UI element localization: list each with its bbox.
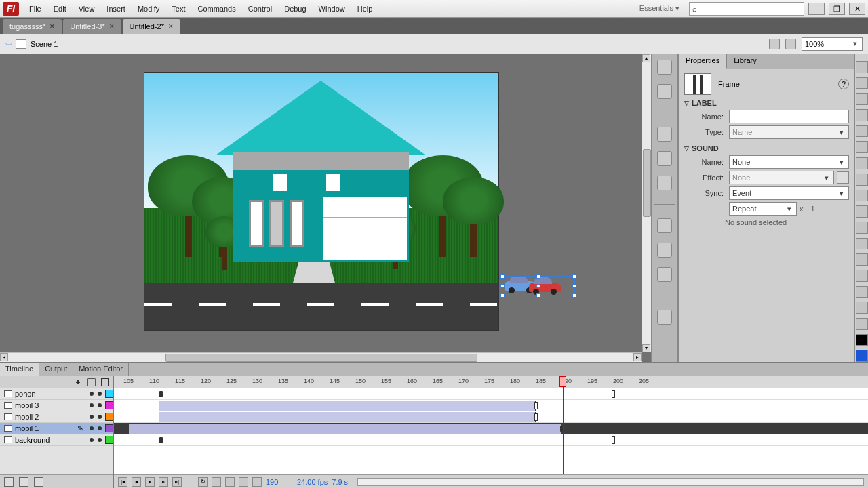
- close-button[interactable]: ✕: [849, 3, 865, 15]
- rectangle-tool[interactable]: [856, 174, 868, 186]
- onion-skin-button[interactable]: [212, 477, 221, 487]
- stroke-color-swatch[interactable]: [856, 334, 868, 346]
- step-back-button[interactable]: ◂: [132, 477, 141, 487]
- loop-button[interactable]: ↻: [198, 477, 208, 487]
- paint-bucket-tool[interactable]: [856, 253, 868, 266]
- layer-row[interactable]: mobil 1✎: [0, 423, 113, 434]
- menu-insert[interactable]: Insert: [100, 2, 132, 16]
- sound-name-combo[interactable]: None▾: [729, 155, 849, 169]
- search-box[interactable]: ⌕: [689, 2, 804, 16]
- edit-symbol-icon[interactable]: [785, 39, 796, 49]
- tab-properties[interactable]: Properties: [679, 54, 727, 69]
- stage-canvas[interactable]: [144, 73, 498, 330]
- menu-modify[interactable]: Modify: [132, 2, 165, 16]
- menu-help[interactable]: Help: [351, 2, 379, 16]
- horizontal-scrollbar[interactable]: ◂▸: [0, 352, 642, 362]
- new-folder-button[interactable]: [19, 477, 28, 487]
- tab-timeline[interactable]: Timeline: [0, 363, 39, 376]
- zoom-tool[interactable]: [856, 318, 868, 330]
- restore-button[interactable]: ❐: [829, 3, 845, 15]
- scene-name[interactable]: Scene 1: [31, 40, 58, 48]
- components-icon[interactable]: [657, 243, 672, 258]
- vertical-scrollbar[interactable]: ▴▾: [642, 54, 651, 352]
- twirl-icon[interactable]: ▽: [684, 145, 689, 152]
- menu-text[interactable]: Text: [165, 2, 191, 16]
- edit-scene-icon[interactable]: [769, 39, 780, 49]
- visibility-header-icon[interactable]: [74, 378, 82, 386]
- free-transform-tool[interactable]: [856, 93, 868, 105]
- menu-window[interactable]: Window: [313, 2, 351, 16]
- info-panel-icon[interactable]: [657, 151, 672, 166]
- pencil-tool[interactable]: [856, 190, 868, 202]
- layer-row[interactable]: pohon: [0, 388, 113, 400]
- lasso-tool[interactable]: [856, 109, 868, 121]
- step-fwd-button[interactable]: ▸: [159, 477, 168, 487]
- eyedropper-tool[interactable]: [856, 270, 868, 282]
- new-layer-button[interactable]: [4, 477, 14, 487]
- menu-edit[interactable]: Edit: [47, 2, 73, 16]
- document-tab[interactable]: Untitled-2*✕: [123, 19, 180, 34]
- workspace-switcher[interactable]: Essentials ▾: [634, 3, 685, 14]
- menu-debug[interactable]: Debug: [278, 2, 312, 16]
- frames-area[interactable]: 1051101151201251301351401451501551601651…: [114, 376, 868, 488]
- modify-markers-button[interactable]: [252, 477, 262, 487]
- pen-tool[interactable]: [856, 125, 868, 138]
- layer-row[interactable]: backround: [0, 434, 113, 446]
- transform-panel-icon[interactable]: [657, 176, 672, 190]
- project-panel-icon[interactable]: [657, 310, 672, 325]
- timeline-scrollbar[interactable]: [357, 478, 864, 486]
- label-name-input[interactable]: [729, 110, 849, 123]
- layer-row[interactable]: mobil 2: [0, 411, 113, 423]
- lock-header-icon[interactable]: [87, 378, 96, 386]
- subselection-tool[interactable]: [856, 77, 868, 89]
- layer-row[interactable]: mobil 3: [0, 400, 113, 411]
- frame-rate[interactable]: 24.00 fps: [297, 478, 328, 486]
- close-icon[interactable]: ✕: [50, 23, 55, 30]
- goto-first-button[interactable]: |◂: [118, 477, 127, 487]
- menu-commands[interactable]: Commands: [191, 2, 241, 16]
- back-icon[interactable]: ⇦: [5, 39, 12, 48]
- onion-outline-button[interactable]: [225, 477, 235, 487]
- tab-output[interactable]: Output: [39, 363, 73, 376]
- swatches-panel-icon[interactable]: [657, 84, 672, 99]
- tab-library[interactable]: Library: [727, 54, 764, 69]
- edit-effect-button[interactable]: [837, 171, 849, 184]
- bone-tool[interactable]: [856, 238, 868, 250]
- hand-tool[interactable]: [856, 302, 868, 314]
- delete-layer-button[interactable]: [34, 477, 43, 487]
- repeat-count-input[interactable]: 1: [806, 205, 820, 214]
- menu-file[interactable]: File: [23, 2, 47, 16]
- sound-loop-combo[interactable]: Repeat▾: [729, 202, 797, 216]
- timeline-track[interactable]: [114, 400, 868, 411]
- document-tab[interactable]: tugasssss*✕: [3, 19, 62, 34]
- twirl-icon[interactable]: ▽: [684, 100, 689, 106]
- help-icon[interactable]: ?: [838, 79, 849, 89]
- play-button[interactable]: ▸: [145, 477, 155, 487]
- menu-view[interactable]: View: [73, 2, 101, 16]
- goto-last-button[interactable]: ▸|: [172, 477, 182, 487]
- outline-header-icon[interactable]: [101, 378, 109, 386]
- fill-color-swatch[interactable]: [856, 350, 868, 362]
- document-tab[interactable]: Untitled-3*✕: [63, 19, 121, 34]
- timeline-track[interactable]: [114, 423, 868, 434]
- timeline-track[interactable]: [114, 388, 868, 400]
- line-tool[interactable]: [856, 157, 868, 169]
- deco-tool[interactable]: [856, 222, 868, 234]
- menu-control[interactable]: Control: [242, 2, 278, 16]
- stage-area[interactable]: ▴▾ ◂▸: [0, 54, 651, 362]
- color-panel-icon[interactable]: [657, 60, 672, 75]
- current-frame[interactable]: 190: [266, 478, 293, 486]
- code-snippets-icon[interactable]: [657, 218, 672, 233]
- tab-motion-editor[interactable]: Motion Editor: [73, 363, 129, 376]
- text-tool[interactable]: [856, 141, 868, 153]
- label-type-combo[interactable]: Name▾: [729, 125, 849, 139]
- zoom-combo[interactable]: 100%▾: [802, 37, 863, 51]
- motion-presets-icon[interactable]: [657, 267, 672, 282]
- timeline-track[interactable]: [114, 434, 868, 446]
- close-icon[interactable]: ✕: [168, 23, 174, 30]
- timeline-track[interactable]: [114, 411, 868, 423]
- minimize-button[interactable]: ─: [808, 3, 825, 15]
- eraser-tool[interactable]: [856, 286, 868, 298]
- brush-tool[interactable]: [856, 205, 868, 218]
- edit-multi-button[interactable]: [239, 477, 248, 487]
